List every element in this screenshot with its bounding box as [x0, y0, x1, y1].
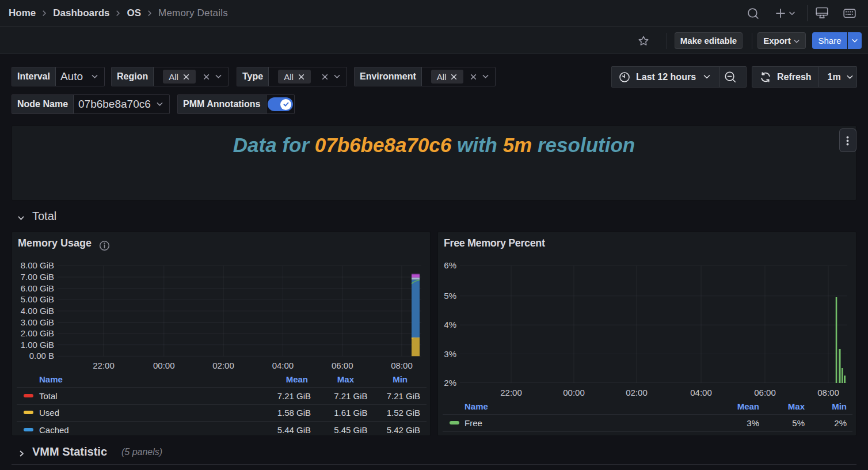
svg-text:4.00 GiB: 4.00 GiB — [21, 306, 54, 316]
svg-text:08:00: 08:00 — [817, 388, 839, 397]
svg-text:6.00 GiB: 6.00 GiB — [21, 283, 54, 293]
svg-text:5.00 GiB: 5.00 GiB — [21, 294, 54, 304]
svg-text:8.00 GiB: 8.00 GiB — [21, 260, 54, 270]
svg-text:02:00: 02:00 — [212, 361, 234, 370]
svg-text:5%: 5% — [444, 291, 456, 301]
svg-text:3.00 GiB: 3.00 GiB — [21, 317, 54, 327]
svg-text:00:00: 00:00 — [563, 388, 585, 397]
svg-text:1.00 GiB: 1.00 GiB — [21, 340, 54, 350]
svg-text:22:00: 22:00 — [500, 388, 522, 397]
svg-text:00:00: 00:00 — [153, 361, 175, 370]
svg-text:4%: 4% — [444, 320, 456, 329]
svg-text:06:00: 06:00 — [332, 361, 353, 370]
svg-text:04:00: 04:00 — [690, 388, 712, 397]
svg-text:02:00: 02:00 — [626, 388, 648, 397]
svg-text:2%: 2% — [444, 378, 456, 388]
svg-text:6%: 6% — [444, 260, 456, 270]
svg-text:22:00: 22:00 — [93, 361, 115, 370]
svg-text:08:00: 08:00 — [391, 361, 413, 370]
svg-text:0.00 B: 0.00 B — [29, 351, 54, 361]
svg-text:04:00: 04:00 — [272, 361, 294, 370]
svg-text:7.00 GiB: 7.00 GiB — [21, 272, 54, 282]
svg-text:06:00: 06:00 — [754, 388, 776, 397]
svg-text:3%: 3% — [444, 349, 456, 359]
svg-text:2.00 GiB: 2.00 GiB — [21, 328, 54, 338]
